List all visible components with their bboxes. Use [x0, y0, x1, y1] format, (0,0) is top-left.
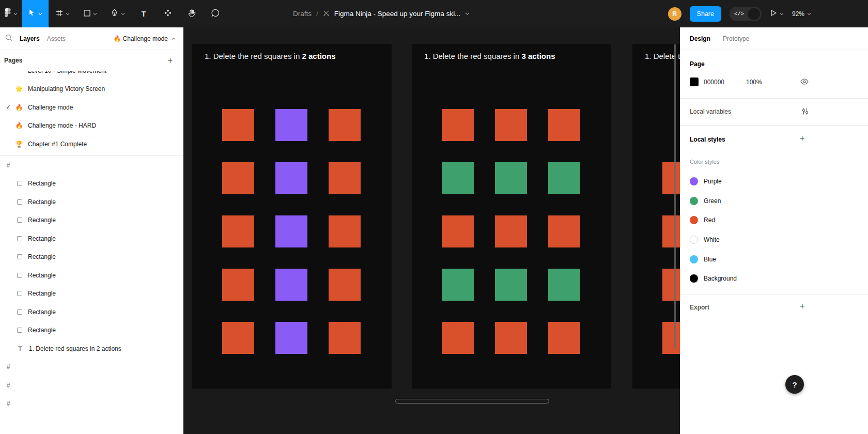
layer-item-rectangle[interactable]: Rectangle [0, 193, 183, 211]
purple-square[interactable] [275, 322, 307, 354]
green-square[interactable] [442, 269, 474, 301]
present-button[interactable] [770, 9, 784, 19]
layer-item-rectangle[interactable]: Rectangle [0, 211, 183, 230]
layer-item-frame[interactable]: # [0, 358, 183, 377]
tab-design[interactable]: Design [690, 35, 710, 42]
red-square[interactable] [548, 109, 580, 141]
layer-item-text[interactable]: T1. Delete red squares in 2 actions [0, 339, 183, 358]
green-square[interactable] [495, 269, 527, 301]
red-square[interactable] [329, 215, 361, 247]
main-menu-button[interactable] [0, 0, 22, 27]
color-style-red[interactable]: Red [680, 210, 868, 230]
hand-tool-button[interactable] [180, 0, 204, 27]
green-square[interactable] [442, 162, 474, 194]
layer-item-frame[interactable]: # [0, 156, 183, 175]
page-item[interactable]: 🏆Chapter #1 Complete [0, 135, 183, 153]
red-square[interactable] [329, 269, 361, 301]
red-square[interactable] [662, 162, 680, 194]
canvas-frame[interactable]: 1. Delete the red squares in 3 actions [412, 44, 611, 389]
purple-square[interactable] [275, 215, 307, 247]
red-square[interactable] [222, 269, 254, 301]
green-square[interactable] [548, 162, 580, 194]
layer-item-rectangle[interactable]: Rectangle [0, 175, 183, 193]
layer-item-frame[interactable]: # [0, 395, 183, 413]
left-sidebar: Layers Assets 🔥 Challenge mode Pages + L… [0, 27, 183, 434]
zoom-menu[interactable]: 92% [792, 10, 811, 18]
layer-item-rectangle[interactable]: Rectangle [0, 248, 183, 267]
green-square[interactable] [495, 162, 527, 194]
red-square[interactable] [329, 322, 361, 354]
red-square[interactable] [222, 322, 254, 354]
page-color-opacity[interactable]: 100% [746, 79, 762, 86]
move-tool-button[interactable] [22, 0, 49, 27]
horizontal-scrollbar[interactable] [395, 399, 549, 404]
red-square[interactable] [662, 322, 680, 354]
actions-tool-button[interactable] [156, 0, 180, 27]
tab-assets[interactable]: Assets [47, 35, 66, 42]
tab-prototype[interactable]: Prototype [723, 35, 749, 42]
pen-tool-button[interactable] [104, 0, 131, 27]
shape-tool-button[interactable] [76, 0, 104, 27]
red-square[interactable] [662, 269, 680, 301]
red-square[interactable] [495, 322, 527, 354]
add-style-button[interactable]: + [800, 134, 804, 143]
breadcrumb-file-name[interactable]: Figma Ninja - Speed up your Figma ski... [334, 10, 461, 18]
canvas[interactable]: 1. Delete the red squares in 2 actions1.… [183, 27, 680, 434]
breadcrumb-project[interactable]: Drafts [293, 10, 312, 18]
canvas-frame[interactable]: 1. Delete the red squares in 2 actions [192, 44, 392, 389]
dev-mode-toggle[interactable]: </> [730, 7, 762, 21]
frame-tool-button[interactable] [49, 0, 76, 27]
comment-tool-button[interactable] [204, 0, 227, 27]
page-color-swatch[interactable] [690, 78, 699, 86]
page-color-hex[interactable]: 000000 [704, 79, 724, 86]
red-square[interactable] [222, 162, 254, 194]
local-variables-row[interactable]: Local variables [680, 105, 868, 118]
layer-item-rectangle[interactable]: Rectangle [0, 321, 183, 340]
search-icon[interactable] [5, 34, 12, 43]
purple-square[interactable] [275, 162, 307, 194]
text-tool-button[interactable]: T [131, 0, 156, 27]
rectangle-layer-icon [17, 218, 22, 223]
color-style-green[interactable]: Green [680, 191, 868, 211]
page-item[interactable]: 🌟Manipulating Victory Screen [0, 80, 183, 99]
share-button[interactable]: Share [690, 6, 721, 22]
red-square[interactable] [329, 162, 361, 194]
red-square[interactable] [222, 215, 254, 247]
add-page-button[interactable]: + [168, 56, 173, 65]
red-square[interactable] [329, 109, 361, 141]
page-item[interactable]: Level 10 - Simple Movement [0, 71, 183, 80]
variables-sliders-icon[interactable] [801, 107, 809, 117]
red-square[interactable] [442, 322, 474, 354]
red-square[interactable] [495, 215, 527, 247]
tab-layers[interactable]: Layers [20, 35, 40, 42]
red-square[interactable] [222, 109, 254, 141]
page-menu[interactable]: 🔥 Challenge mode [113, 35, 176, 42]
red-square[interactable] [442, 109, 474, 141]
add-export-button[interactable]: + [800, 302, 804, 311]
color-style-background[interactable]: Background [680, 269, 868, 288]
file-menu-chevron-icon[interactable] [465, 12, 470, 16]
layer-item-rectangle[interactable]: Rectangle [0, 229, 183, 248]
green-square[interactable] [548, 269, 580, 301]
avatar[interactable]: R [668, 7, 681, 21]
layer-item-rectangle[interactable]: Rectangle [0, 285, 183, 303]
layer-item-rectangle[interactable]: Rectangle [0, 303, 183, 321]
red-square[interactable] [662, 215, 680, 247]
red-square[interactable] [548, 215, 580, 247]
red-square[interactable] [442, 215, 474, 247]
color-style-white[interactable]: White [680, 230, 868, 250]
page-item[interactable]: ✓🔥Challenge mode [0, 98, 183, 117]
canvas-frame[interactable]: 1. Delete t [632, 44, 680, 389]
red-square[interactable] [548, 322, 580, 354]
purple-square[interactable] [275, 109, 307, 141]
color-style-purple[interactable]: Purple [680, 172, 868, 191]
red-square[interactable] [495, 109, 527, 141]
page-item[interactable]: 🔥Challenge mode - HARD [0, 117, 183, 135]
visibility-eye-icon[interactable] [800, 79, 809, 86]
layer-item-frame[interactable]: # [0, 376, 183, 395]
layer-item-rectangle[interactable]: Rectangle [0, 266, 183, 285]
color-style-blue[interactable]: Blue [680, 250, 868, 269]
vertical-scrollbar[interactable] [674, 44, 676, 349]
help-button[interactable]: ? [785, 375, 804, 394]
purple-square[interactable] [275, 269, 307, 301]
